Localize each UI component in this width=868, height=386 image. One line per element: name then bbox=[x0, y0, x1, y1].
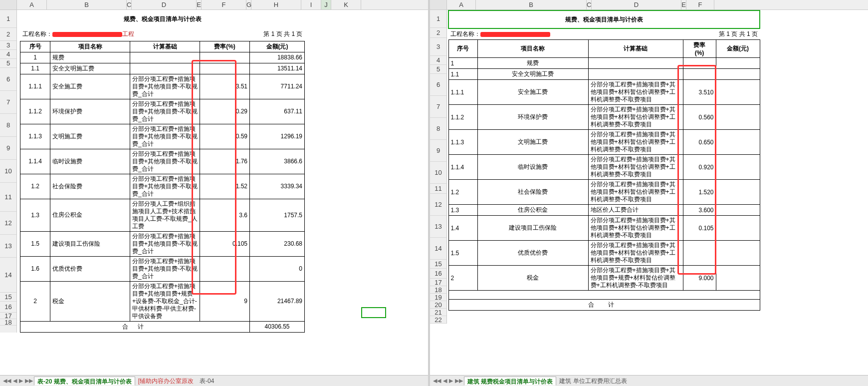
row-header[interactable]: 1 bbox=[430, 10, 446, 28]
row-header[interactable]: 7 bbox=[430, 96, 446, 118]
table-row[interactable]: 1.3住房公积金地区价人工费合计3.600 bbox=[448, 205, 760, 216]
row-header[interactable]: 2 bbox=[0, 28, 16, 41]
col-header[interactable]: B bbox=[47, 0, 127, 9]
sheet-tab-next-right[interactable]: 建筑 单位工程费用汇总表 bbox=[556, 377, 630, 386]
table-row[interactable]: 1.1.3文明施工费分部分项工程费+措施项目费+其他项目费+材料暂估价调整费+工… bbox=[448, 130, 760, 155]
row-header[interactable]: 9 bbox=[0, 137, 16, 160]
row-header[interactable]: 11 bbox=[0, 183, 16, 212]
row-header[interactable]: 16 bbox=[430, 269, 446, 279]
table-row[interactable]: 1.3住房公积金分部分项人工费+组织措施项目人工费+技术措施项目人工费-不取规费… bbox=[20, 199, 305, 231]
row-header[interactable]: 18 bbox=[430, 286, 446, 294]
row-header[interactable]: 14 bbox=[0, 258, 16, 293]
row-header[interactable]: 3 bbox=[0, 41, 16, 50]
row-header[interactable]: 4 bbox=[430, 56, 446, 65]
right-cells[interactable]: 规费、税金项目清单与计价表工程名称：第 1 页 共 1 页序号项目名称计算基础费… bbox=[447, 10, 868, 324]
table-row[interactable]: 1.1.1安全施工费分部分项工程费+措施项目费+其他项目费-不取规费_合计3.5… bbox=[20, 74, 305, 99]
table-row[interactable]: 1.1.4临时设施费分部分项工程费+措施项目费+其他项目费-不取规费_合计1.7… bbox=[20, 149, 305, 174]
col-header[interactable]: J bbox=[321, 0, 331, 9]
table-row[interactable]: 1.1.3文明施工费分部分项工程费+措施项目费+其他项目费-不取规费_合计0.5… bbox=[20, 124, 305, 149]
row-header[interactable]: 8 bbox=[430, 118, 446, 140]
table-row[interactable]: 1.5优质优价费分部分项工程费+措施项目费+其他项目费+材料暂估价调整费+工料机… bbox=[448, 241, 760, 266]
left-grid[interactable]: ABCDEFGHIJK 123456789101112131415161718 … bbox=[0, 0, 428, 375]
tab-prev-icon-r[interactable]: ◀ bbox=[442, 378, 448, 384]
row-header[interactable]: 5 bbox=[0, 59, 16, 68]
row-header[interactable]: 3 bbox=[430, 38, 446, 56]
row-header[interactable]: 12 bbox=[0, 212, 16, 235]
right-grid[interactable]: ABCDEF 123456789101112131415161718192021… bbox=[430, 0, 868, 375]
row-header[interactable]: 5 bbox=[430, 65, 446, 74]
sheet-tab-3-left[interactable]: 表-04 bbox=[197, 377, 217, 386]
table-row[interactable]: 1.1安全文明施工费13511.14 bbox=[20, 63, 305, 74]
col-header[interactable]: A bbox=[17, 0, 47, 9]
table-row[interactable]: 2税金分部分项工程费+措施项目费+其他项目费+规费+材料暂估价调整费+工料机调整… bbox=[448, 266, 760, 291]
col-header[interactable]: K bbox=[331, 0, 361, 9]
col-header[interactable]: F bbox=[686, 0, 714, 9]
table-row[interactable]: 1.1.2环境保护费分部分项工程费+措施项目费+其他项目费-不取规费_合计0.2… bbox=[20, 99, 305, 124]
row-header[interactable]: 17 bbox=[430, 279, 446, 286]
row-header[interactable]: 19 bbox=[430, 294, 446, 301]
row-header[interactable]: 13 bbox=[0, 235, 16, 258]
table-row[interactable]: 1规费18838.66 bbox=[20, 52, 305, 63]
row-header[interactable]: 1 bbox=[0, 10, 16, 28]
row-header[interactable]: 15 bbox=[0, 293, 16, 302]
row-header[interactable]: 14 bbox=[430, 238, 446, 260]
tab-first-icon-r[interactable]: ◀◀ bbox=[432, 378, 442, 384]
sheet-tab-active-right[interactable]: 建筑 规费税金项目清单与计价表 bbox=[464, 377, 556, 386]
col-header[interactable]: C bbox=[127, 0, 132, 9]
row-header[interactable]: 9 bbox=[430, 140, 446, 162]
col-header[interactable]: H bbox=[251, 0, 301, 9]
cell-amount bbox=[716, 266, 760, 291]
row-header[interactable]: 21 bbox=[430, 309, 446, 316]
row-header[interactable]: 13 bbox=[430, 216, 446, 238]
tab-first-icon[interactable]: ◀◀ bbox=[2, 378, 12, 384]
cell-name: 住房公积金 bbox=[477, 205, 588, 216]
table-row[interactable]: 1.1.4临时设施费分部分项工程费+措施项目费+其他项目费+材料暂估价调整费+工… bbox=[448, 155, 760, 180]
left-cells[interactable]: 规费、税金项目清单与计价表工程名称：工程第 1 页 共 1 页序号项目名称计算基… bbox=[17, 10, 428, 333]
tab-next-icon[interactable]: ▶ bbox=[18, 378, 24, 384]
row-header[interactable]: 18 bbox=[0, 319, 16, 326]
table-row[interactable]: 1.5建设项目工伤保险分部分项工程费+措施项目费+其他项目费-不取规费_合计0.… bbox=[20, 231, 305, 256]
tab-last-icon-r[interactable]: ▶▶ bbox=[454, 378, 464, 384]
row-header[interactable]: 2 bbox=[430, 28, 446, 38]
row-header[interactable]: 16 bbox=[0, 302, 16, 313]
col-header[interactable]: E bbox=[197, 0, 202, 9]
cell-basis bbox=[588, 69, 683, 80]
sheet-tab-active-left[interactable]: 表-20 规费、税金项目清单与计价表 bbox=[34, 377, 135, 386]
col-header[interactable]: F bbox=[202, 0, 246, 9]
row-header[interactable]: 10 bbox=[430, 162, 446, 184]
col-header[interactable]: E bbox=[681, 0, 686, 9]
row-header[interactable]: 7 bbox=[0, 91, 16, 114]
col-header[interactable]: D bbox=[132, 0, 197, 9]
row-header[interactable]: 11 bbox=[430, 184, 446, 194]
col-header[interactable]: I bbox=[301, 0, 321, 9]
sheet-tab-next-left[interactable]: [辅助内容办公室原改 bbox=[135, 377, 197, 386]
table-row[interactable]: 1.1安全文明施工费 bbox=[448, 69, 760, 80]
row-header[interactable]: 6 bbox=[0, 68, 16, 91]
col-header[interactable]: G bbox=[246, 0, 251, 9]
row-header[interactable]: 22 bbox=[430, 316, 446, 324]
row-header[interactable]: 4 bbox=[0, 50, 16, 59]
table-row[interactable]: 1规费 bbox=[448, 58, 760, 69]
select-all-corner[interactable] bbox=[0, 0, 17, 9]
table-row[interactable]: 1.4建设项目工伤保险分部分项工程费+措施项目费+其他项目费+材料暂估价调整费+… bbox=[448, 216, 760, 241]
col-header[interactable]: D bbox=[592, 0, 681, 9]
row-header[interactable]: 6 bbox=[430, 74, 446, 96]
col-header[interactable]: B bbox=[476, 0, 587, 9]
tab-last-icon[interactable]: ▶▶ bbox=[24, 378, 34, 384]
table-row[interactable]: 1.1.1安全施工费分部分项工程费+措施项目费+其他项目费+材料暂估价调整费+工… bbox=[448, 80, 760, 105]
select-all-corner-right[interactable] bbox=[430, 0, 447, 9]
col-header[interactable]: A bbox=[447, 0, 476, 9]
row-header[interactable]: 15 bbox=[430, 260, 446, 269]
row-header[interactable]: 10 bbox=[0, 160, 16, 183]
tab-prev-icon[interactable]: ◀ bbox=[12, 378, 18, 384]
table-row[interactable]: 1.2社会保险费分部分项工程费+措施项目费+其他项目费+材料暂估价调整费+工料机… bbox=[448, 180, 760, 205]
row-header[interactable]: 20 bbox=[430, 301, 446, 309]
table-row[interactable]: 2税金分部分项工程费+措施项目费+其他项目费+规费+设备费-不取税金_合计-甲供… bbox=[20, 281, 305, 321]
col-header[interactable]: C bbox=[587, 0, 592, 9]
table-row[interactable]: 1.2社会保险费分部分项工程费+措施项目费+其他项目费-不取规费_合计1.523… bbox=[20, 174, 305, 199]
table-row[interactable]: 1.6优质优价费分部分项工程费+措施项目费+其他项目费-不取规费_合计0 bbox=[20, 256, 305, 281]
tab-next-icon-r[interactable]: ▶ bbox=[448, 378, 454, 384]
table-row[interactable]: 1.1.2环境保护费分部分项工程费+措施项目费+其他项目费+材料暂估价调整费+工… bbox=[448, 105, 760, 130]
row-header[interactable]: 8 bbox=[0, 114, 16, 137]
row-header[interactable]: 12 bbox=[430, 194, 446, 216]
